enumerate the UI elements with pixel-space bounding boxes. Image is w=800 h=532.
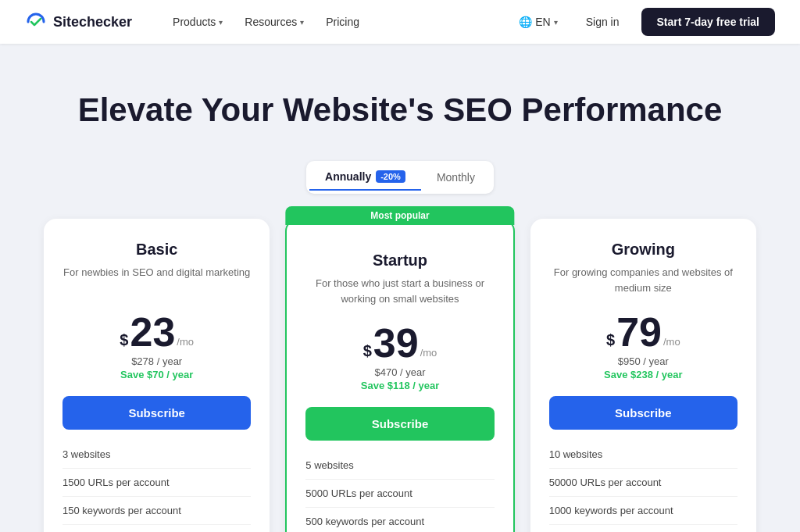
plan-basic: Basic For newbies in SEO and digital mar… bbox=[44, 219, 270, 532]
price-dollar-sign: $ bbox=[606, 327, 615, 352]
price-per: /mo bbox=[177, 336, 194, 348]
billing-toggle: Annually -20% Monthly bbox=[306, 161, 494, 194]
feature-item: 500 keywords per account bbox=[305, 516, 494, 532]
brand-name: Sitechecker bbox=[53, 14, 132, 30]
price-row: $ 39 /mo bbox=[305, 323, 494, 363]
billing-toggle-wrapper: Annually -20% Monthly bbox=[0, 161, 800, 194]
feature-item: 1500 URLs per account bbox=[62, 477, 251, 497]
monthly-toggle[interactable]: Monthly bbox=[421, 164, 491, 191]
plan-desc: For those who just start a business or w… bbox=[305, 276, 494, 307]
language-selector[interactable]: 🌐 EN ▾ bbox=[512, 12, 563, 31]
navbar: Sitechecker Products ▾ Resources ▾ Prici… bbox=[0, 0, 800, 44]
annually-toggle[interactable]: Annually -20% bbox=[309, 164, 421, 191]
pricing-section: Basic For newbies in SEO and digital mar… bbox=[25, 219, 775, 532]
trial-button[interactable]: Start 7-day free trial bbox=[641, 8, 776, 36]
price-year: $950 / year bbox=[549, 355, 738, 367]
subscribe-button-growing[interactable]: Subscribe bbox=[549, 396, 738, 430]
popular-badge: Most popular bbox=[285, 206, 514, 225]
feature-item: 50000 URLs per account bbox=[549, 477, 738, 497]
features-list-growing: 10 websites 50000 URLs per account 1000 … bbox=[549, 448, 738, 532]
price-dollar-sign: $ bbox=[120, 327, 128, 352]
nav-pricing[interactable]: Pricing bbox=[316, 11, 369, 33]
chevron-down-icon: ▾ bbox=[554, 18, 558, 27]
feature-item: 150 keywords per account bbox=[62, 505, 251, 525]
subscribe-button-basic[interactable]: Subscribe bbox=[62, 396, 251, 430]
plan-title: Growing bbox=[549, 241, 738, 259]
price-save: Save $238 / year bbox=[549, 369, 738, 380]
features-list-startup: 5 websites 5000 URLs per account 500 key… bbox=[305, 459, 494, 532]
chevron-down-icon: ▾ bbox=[219, 18, 223, 27]
plan-desc: For growing companies and websites of me… bbox=[549, 265, 738, 296]
plan-title: Basic bbox=[62, 241, 251, 259]
signin-button[interactable]: Sign in bbox=[577, 11, 629, 33]
price-row: $ 23 /mo bbox=[62, 312, 251, 352]
nav-resources[interactable]: Resources ▾ bbox=[235, 11, 313, 33]
hero-section: Elevate Your Website's SEO Performance bbox=[0, 44, 800, 161]
plan-growing: Growing For growing companies and websit… bbox=[530, 219, 756, 532]
price-amount: 23 bbox=[130, 312, 175, 352]
price-per: /mo bbox=[663, 336, 680, 348]
feature-item: 1000 keywords per account bbox=[549, 505, 738, 525]
feature-item: 10 websites bbox=[549, 448, 738, 469]
nav-links: Products ▾ Resources ▾ Pricing bbox=[163, 11, 512, 33]
plan-title: Startup bbox=[305, 252, 494, 270]
price-year: $278 / year bbox=[62, 355, 251, 367]
navbar-right: 🌐 EN ▾ Sign in Start 7-day free trial bbox=[512, 8, 775, 36]
features-list-basic: 3 websites 1500 URLs per account 150 key… bbox=[62, 448, 251, 532]
brand-logo[interactable]: Sitechecker bbox=[25, 11, 132, 33]
price-row: $ 79 /mo bbox=[549, 312, 738, 352]
plan-desc: For newbies in SEO and digital marketing bbox=[62, 265, 251, 296]
popular-badge-wrap: Most popular bbox=[285, 206, 514, 225]
price-year: $470 / year bbox=[305, 366, 494, 378]
plan-startup: Most popular Startup For those who just … bbox=[285, 219, 514, 532]
price-dollar-sign: $ bbox=[363, 338, 372, 363]
price-save: Save $70 / year bbox=[62, 369, 251, 380]
price-amount: 79 bbox=[616, 312, 662, 352]
feature-item: 3 websites bbox=[62, 448, 251, 469]
price-amount: 39 bbox=[373, 323, 419, 363]
chevron-down-icon: ▾ bbox=[300, 18, 304, 27]
cards-wrapper: Basic For newbies in SEO and digital mar… bbox=[44, 219, 756, 532]
subscribe-button-startup[interactable]: Subscribe bbox=[305, 407, 494, 441]
feature-item: 5 websites bbox=[305, 459, 494, 480]
hero-title: Elevate Your Website's SEO Performance bbox=[16, 91, 784, 130]
discount-badge: -20% bbox=[376, 170, 405, 183]
globe-icon: 🌐 bbox=[519, 16, 532, 28]
feature-item: 5000 URLs per account bbox=[305, 487, 494, 508]
price-per: /mo bbox=[420, 347, 438, 359]
price-save: Save $118 / year bbox=[305, 380, 494, 391]
nav-products[interactable]: Products ▾ bbox=[163, 11, 232, 33]
